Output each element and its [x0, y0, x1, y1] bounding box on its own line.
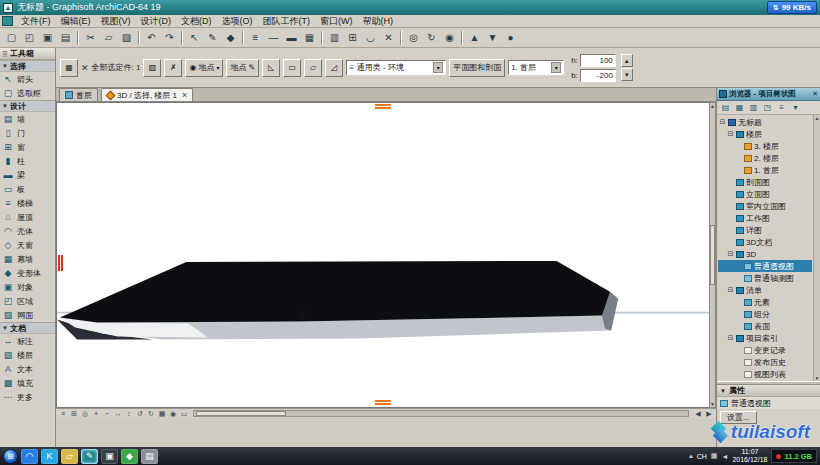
rotate-right-icon[interactable]: ↻: [146, 409, 156, 418]
tool-item[interactable]: ▬梁: [0, 168, 55, 182]
tree-item[interactable]: 元素: [718, 296, 812, 308]
notes-app-icon[interactable]: ▤: [141, 449, 158, 464]
explorer-icon[interactable]: ▱: [61, 449, 78, 464]
tree-item[interactable]: ⊟楼层: [718, 128, 812, 140]
tool-item[interactable]: ▤墙: [0, 112, 55, 126]
view-map-icon[interactable]: ▦: [733, 102, 746, 114]
zoom-in-icon[interactable]: +: [91, 409, 101, 418]
gravity-icon[interactable]: ◡: [362, 30, 379, 46]
language-indicator[interactable]: CH: [697, 453, 707, 460]
camera-icon[interactable]: ◉: [441, 30, 458, 46]
start-button[interactable]: ⊞: [3, 449, 18, 464]
tool-item[interactable]: ↔标注: [0, 334, 55, 348]
tool-item[interactable]: ◇天窗: [0, 238, 55, 252]
scroll-up-icon[interactable]: ▲: [815, 115, 820, 121]
scroll-right-icon[interactable]: ▶: [704, 409, 714, 418]
tool-item[interactable]: ◠壳体: [0, 224, 55, 238]
pen-set-icon[interactable]: ▬: [283, 30, 300, 46]
geometry-method-button[interactable]: 地点 ✎: [226, 59, 259, 77]
layout-icon[interactable]: ▦: [157, 409, 167, 418]
grid-icon[interactable]: ⊞: [69, 409, 79, 418]
tool-item[interactable]: ◰区域: [0, 294, 55, 308]
tab-3d-view[interactable]: 3D / 选择, 楼层 1 ×: [101, 88, 193, 101]
tree-item[interactable]: 普通透视图: [718, 260, 812, 272]
story-down-icon[interactable]: ▼: [484, 30, 501, 46]
horizontal-scrollbar[interactable]: [193, 410, 689, 417]
tree-expand-icon[interactable]: ⊟: [727, 131, 734, 138]
tree-item[interactable]: 剖面图: [718, 176, 812, 188]
zoom-out-icon[interactable]: −: [102, 409, 112, 418]
tree-item[interactable]: 普通轴测图: [718, 272, 812, 284]
save-icon[interactable]: ▣: [39, 30, 56, 46]
step-down-button[interactable]: ▼: [621, 68, 633, 81]
step-up-button[interactable]: ▲: [621, 54, 633, 67]
rectangle-method-button[interactable]: ▭: [283, 59, 301, 77]
music-app-icon[interactable]: K: [41, 449, 58, 464]
guide-lines-icon[interactable]: ✕: [380, 30, 397, 46]
info-box-menu-button[interactable]: ▦: [60, 59, 78, 77]
tree-item[interactable]: 立面图: [718, 188, 812, 200]
menu-item-8[interactable]: 帮助(H): [358, 15, 399, 28]
tree-item[interactable]: ⊟项目索引: [718, 332, 812, 344]
3d-viewport[interactable]: [56, 102, 709, 408]
scroll-up-icon[interactable]: ▲: [710, 103, 715, 109]
pane-splitter-top-icon[interactable]: [375, 104, 391, 109]
toolbox-header[interactable]: ≣ 工具箱: [0, 48, 55, 60]
tool-item[interactable]: ◆变形体: [0, 266, 55, 280]
navigator-options-icon[interactable]: ▾: [789, 102, 802, 114]
tree-expand-icon[interactable]: ⊟: [719, 119, 726, 126]
look-to-icon[interactable]: ◉: [168, 409, 178, 418]
tree-item[interactable]: 3. 楼层: [718, 140, 812, 152]
orbit-icon[interactable]: ↻: [423, 30, 440, 46]
tool-item[interactable]: ▩填充: [0, 376, 55, 390]
quick-options-icon[interactable]: ●: [502, 30, 519, 46]
tool-item[interactable]: ▧楼层: [0, 348, 55, 362]
h-input[interactable]: 100: [580, 54, 616, 67]
scroll-icon[interactable]: ↕: [124, 409, 134, 418]
hidden-icons-chevron-icon[interactable]: ▴: [689, 452, 693, 460]
navigator-header[interactable]: 浏览器 - 项目树状图 ✕: [717, 88, 820, 101]
properties-header[interactable]: ▼ 属性: [717, 385, 820, 397]
fit-in-window-icon[interactable]: ▭: [179, 409, 189, 418]
tool-item[interactable]: ▭板: [0, 182, 55, 196]
tree-collapse-icon[interactable]: ≡: [775, 102, 788, 114]
horizontal-scroll-thumb[interactable]: [196, 411, 286, 416]
network-icon[interactable]: ▦: [711, 452, 718, 460]
layout-book-icon[interactable]: ▥: [747, 102, 760, 114]
redo-icon[interactable]: ↷: [161, 30, 178, 46]
polygon-method-button[interactable]: ◺: [262, 59, 280, 77]
tool-item[interactable]: ▯门: [0, 126, 55, 140]
tree-scrollbar[interactable]: ▲▼: [813, 115, 820, 381]
zoom-icon[interactable]: ◎: [405, 30, 422, 46]
vertical-scroll-thumb[interactable]: [710, 225, 715, 285]
tree-expand-icon[interactable]: ⊟: [727, 251, 734, 258]
print-icon[interactable]: ▤: [57, 30, 74, 46]
tool-item[interactable]: ▨网面: [0, 308, 55, 322]
tree-item[interactable]: 表面: [718, 320, 812, 332]
grid-snap-icon[interactable]: ⊞: [344, 30, 361, 46]
toolbox-section[interactable]: ▼设计: [0, 100, 55, 112]
tool-item[interactable]: ▣对象: [0, 280, 55, 294]
cut-icon[interactable]: ✂: [82, 30, 99, 46]
marker-tool-icon[interactable]: ◆: [222, 30, 239, 46]
rotated-rect-method-button[interactable]: ▱: [304, 59, 322, 77]
publisher-icon[interactable]: ◳: [761, 102, 774, 114]
vertical-scrollbar[interactable]: ▲ ▼: [709, 102, 716, 408]
menu-item-6[interactable]: 团队工作(T): [258, 15, 316, 28]
menu-item-4[interactable]: 文档(D): [176, 15, 217, 28]
tree-item[interactable]: 组分: [718, 308, 812, 320]
line-type-icon[interactable]: ―: [265, 30, 282, 46]
tree-item[interactable]: 2. 楼层: [718, 152, 812, 164]
menu-item-0[interactable]: 文件(F): [16, 15, 56, 28]
tree-item[interactable]: ⊟无标题: [718, 116, 812, 128]
favorites-button[interactable]: ▧: [143, 59, 161, 77]
tool-item[interactable]: ≡楼梯: [0, 196, 55, 210]
tool-item[interactable]: ⊞窗: [0, 140, 55, 154]
scroll-down-icon[interactable]: ▼: [710, 401, 715, 407]
menu-item-3[interactable]: 设计(D): [136, 15, 177, 28]
pan-icon[interactable]: ↔: [113, 409, 123, 418]
tray-clock[interactable]: 11:07 2016/12/18: [732, 448, 767, 464]
menu-item-2[interactable]: 视图(V): [96, 15, 136, 28]
wall-preset-icon[interactable]: ▥: [326, 30, 343, 46]
tree-item[interactable]: ⊟清单: [718, 284, 812, 296]
